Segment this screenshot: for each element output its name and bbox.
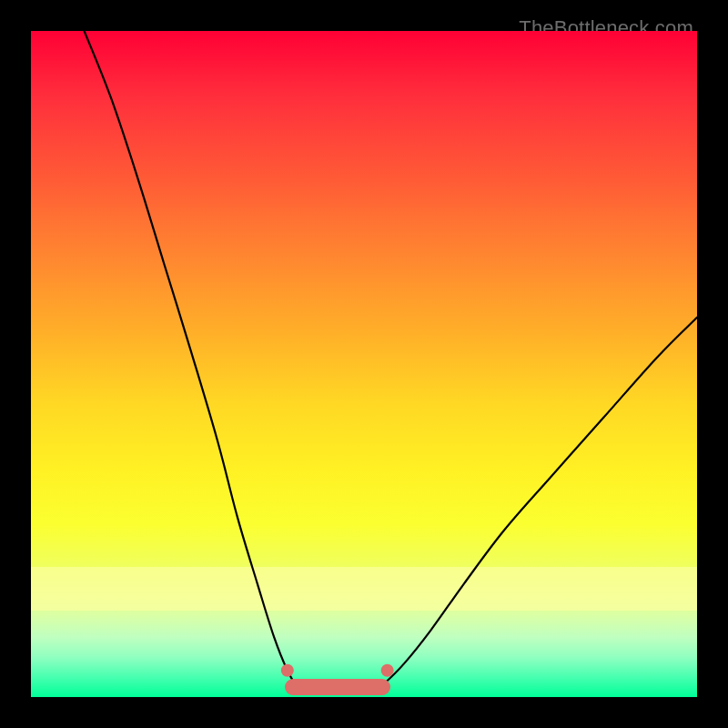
- plot-area: [31, 31, 697, 697]
- curves-svg: [31, 31, 697, 697]
- curve-right-path: [370, 318, 697, 694]
- segment-end-left-dot: [281, 664, 294, 677]
- curve-left-path: [85, 31, 305, 693]
- chart-frame: TheBottleneck.com: [15, 15, 713, 713]
- segment-end-right-dot: [381, 664, 394, 677]
- bottom-segment: [285, 679, 390, 695]
